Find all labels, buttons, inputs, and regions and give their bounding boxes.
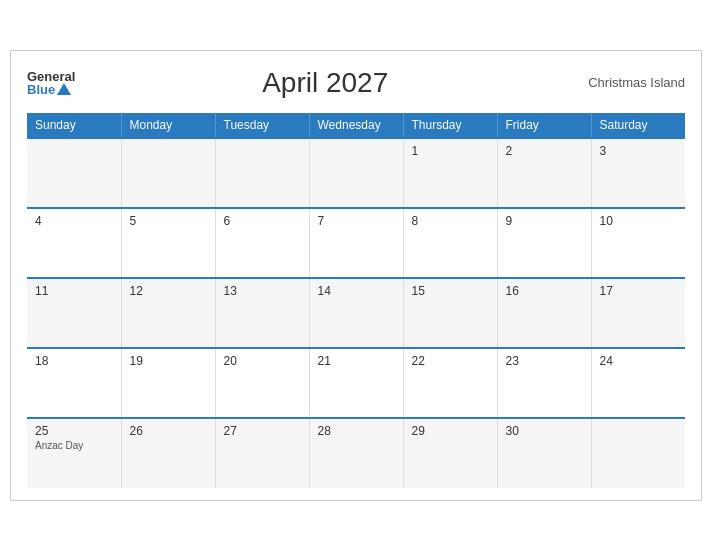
day-number: 30 (506, 424, 583, 438)
calendar-cell (591, 418, 685, 488)
calendar-cell: 25Anzac Day (27, 418, 121, 488)
day-number: 23 (506, 354, 583, 368)
day-number: 17 (600, 284, 678, 298)
day-number: 12 (130, 284, 207, 298)
calendar-cell: 24 (591, 348, 685, 418)
calendar-cell: 5 (121, 208, 215, 278)
day-number: 22 (412, 354, 489, 368)
region-label: Christmas Island (575, 75, 685, 90)
col-tuesday: Tuesday (215, 113, 309, 138)
calendar-cell: 15 (403, 278, 497, 348)
calendar-cell: 20 (215, 348, 309, 418)
calendar-cell: 17 (591, 278, 685, 348)
day-number: 8 (412, 214, 489, 228)
calendar-cell: 2 (497, 138, 591, 208)
col-wednesday: Wednesday (309, 113, 403, 138)
col-friday: Friday (497, 113, 591, 138)
col-sunday: Sunday (27, 113, 121, 138)
calendar-week-row: 25Anzac Day2627282930 (27, 418, 685, 488)
day-number: 3 (600, 144, 678, 158)
day-number: 18 (35, 354, 113, 368)
logo-blue-text: Blue (27, 83, 55, 96)
calendar-cell: 4 (27, 208, 121, 278)
day-number: 15 (412, 284, 489, 298)
logo-general-text: General (27, 70, 75, 83)
calendar-cell (215, 138, 309, 208)
calendar-cell: 13 (215, 278, 309, 348)
calendar-cell: 7 (309, 208, 403, 278)
day-number: 20 (224, 354, 301, 368)
calendar-cell: 28 (309, 418, 403, 488)
calendar-cell: 23 (497, 348, 591, 418)
day-number: 14 (318, 284, 395, 298)
calendar-cell (121, 138, 215, 208)
calendar-cell: 11 (27, 278, 121, 348)
calendar-table: Sunday Monday Tuesday Wednesday Thursday… (27, 113, 685, 488)
day-number: 24 (600, 354, 678, 368)
calendar-week-row: 45678910 (27, 208, 685, 278)
col-monday: Monday (121, 113, 215, 138)
calendar-cell (309, 138, 403, 208)
calendar-cell: 18 (27, 348, 121, 418)
calendar-header: General Blue April 2027 Christmas Island (27, 67, 685, 99)
day-number: 9 (506, 214, 583, 228)
day-number: 6 (224, 214, 301, 228)
calendar-cell: 12 (121, 278, 215, 348)
col-thursday: Thursday (403, 113, 497, 138)
event-label: Anzac Day (35, 440, 113, 451)
col-saturday: Saturday (591, 113, 685, 138)
calendar-container: General Blue April 2027 Christmas Island… (10, 50, 702, 501)
calendar-cell: 3 (591, 138, 685, 208)
calendar-cell: 1 (403, 138, 497, 208)
day-number: 16 (506, 284, 583, 298)
day-number: 1 (412, 144, 489, 158)
weekday-header-row: Sunday Monday Tuesday Wednesday Thursday… (27, 113, 685, 138)
calendar-cell: 26 (121, 418, 215, 488)
day-number: 21 (318, 354, 395, 368)
calendar-cell: 14 (309, 278, 403, 348)
calendar-cell: 30 (497, 418, 591, 488)
calendar-cell: 22 (403, 348, 497, 418)
day-number: 7 (318, 214, 395, 228)
calendar-week-row: 123 (27, 138, 685, 208)
day-number: 25 (35, 424, 113, 438)
day-number: 5 (130, 214, 207, 228)
logo-triangle-icon (57, 83, 71, 95)
calendar-cell: 29 (403, 418, 497, 488)
calendar-cell: 8 (403, 208, 497, 278)
day-number: 13 (224, 284, 301, 298)
calendar-cell: 27 (215, 418, 309, 488)
day-number: 29 (412, 424, 489, 438)
calendar-cell: 10 (591, 208, 685, 278)
calendar-week-row: 18192021222324 (27, 348, 685, 418)
day-number: 11 (35, 284, 113, 298)
calendar-cell: 21 (309, 348, 403, 418)
day-number: 4 (35, 214, 113, 228)
calendar-cell: 16 (497, 278, 591, 348)
day-number: 19 (130, 354, 207, 368)
day-number: 26 (130, 424, 207, 438)
day-number: 28 (318, 424, 395, 438)
day-number: 10 (600, 214, 678, 228)
logo: General Blue (27, 70, 75, 96)
calendar-cell: 6 (215, 208, 309, 278)
day-number: 2 (506, 144, 583, 158)
calendar-cell (27, 138, 121, 208)
calendar-week-row: 11121314151617 (27, 278, 685, 348)
calendar-cell: 9 (497, 208, 591, 278)
day-number: 27 (224, 424, 301, 438)
calendar-cell: 19 (121, 348, 215, 418)
month-title: April 2027 (75, 67, 575, 99)
